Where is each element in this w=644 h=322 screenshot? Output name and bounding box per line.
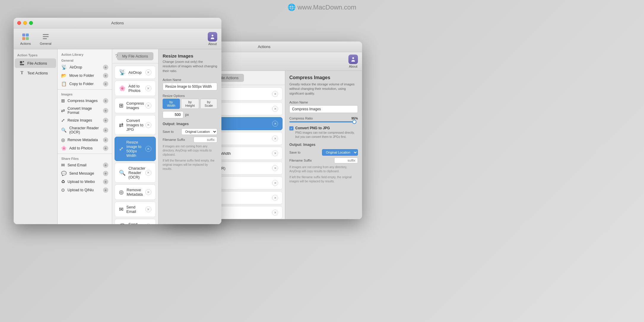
al-add-add-photos[interactable]: + (103, 146, 108, 151)
action-item-resize[interactable]: ⤢ Resize Image to 500px Width ✕ (115, 137, 156, 161)
s-remove-airdrop[interactable]: ✕ (272, 91, 278, 97)
al-item-add-photos[interactable]: 🌸 Add to Photos + (58, 144, 112, 152)
al-item-airdrop[interactable]: 📡 AirDrop + (58, 63, 112, 71)
compress-suffix-input[interactable] (334, 157, 358, 163)
resize-value-input[interactable] (163, 111, 183, 118)
convert-png-checkbox[interactable]: ✓ (289, 126, 294, 130)
al-add-move-folder[interactable]: + (103, 73, 108, 78)
compress-ratio-slider[interactable] (289, 121, 358, 122)
al-item-metadata[interactable]: ◎ Remove Metadata + (58, 136, 112, 144)
my-file-actions-button[interactable]: My File Actions (117, 52, 153, 60)
al-add-email[interactable]: + (103, 162, 108, 168)
action-convert-icon: ⇄ (119, 122, 123, 128)
remove-resize[interactable]: ✕ (145, 146, 151, 152)
al-add-copy-folder[interactable]: + (103, 81, 108, 87)
remove-ocr[interactable]: ✕ (145, 170, 151, 176)
sidebar-item-text-actions[interactable]: T Text Actions (15, 68, 56, 78)
compress-note-2: If left the filename suffix field empty,… (289, 175, 358, 184)
al-add-ocr[interactable]: + (103, 127, 108, 133)
watermark: 🌐 www.MacDown.com (288, 4, 356, 11)
al-item-message[interactable]: 💬 Send Message + (58, 169, 112, 178)
remove-message[interactable]: ✕ (145, 224, 151, 224)
resize-by-height-btn[interactable]: by Height (181, 99, 199, 109)
action-airdrop-icon: 📡 (119, 69, 126, 76)
s-remove-message[interactable]: ✕ (272, 210, 278, 216)
al-add-compress[interactable]: + (103, 98, 108, 103)
about-toolbar-btn[interactable]: About (208, 32, 217, 46)
compress-ratio-thumb[interactable] (352, 120, 356, 124)
resize-by-width-btn[interactable]: by Width (163, 99, 180, 109)
svg-rect-0 (22, 34, 25, 36)
save-to-select[interactable]: Original Location (181, 128, 217, 135)
s-remove-ocr[interactable]: ✕ (272, 165, 278, 171)
al-add-qiniu[interactable]: + (103, 187, 108, 193)
maximize-button[interactable] (29, 21, 33, 25)
s-remove-metadata[interactable]: ✕ (272, 180, 278, 186)
remove-metadata[interactable]: ✕ (145, 189, 151, 195)
al-item-email[interactable]: ✉ Send Email + (58, 161, 112, 169)
compress-save-to-select[interactable]: Original Location (322, 149, 358, 156)
action-item-airdrop[interactable]: 📡 AirDrop ✕ (115, 66, 156, 79)
al-add-airdrop[interactable]: + (103, 65, 108, 70)
action-item-add-photos[interactable]: 🌸 Add to Photos ✕ (115, 81, 156, 96)
action-item-message[interactable]: 💬 Send Message ✕ (115, 219, 156, 224)
al-item-resize[interactable]: ⤢ Resize Images + (58, 116, 112, 125)
s-remove-email[interactable]: ✕ (272, 195, 278, 201)
al-add-resize[interactable]: + (103, 118, 108, 123)
al-weibo-label: Upload to Weibo (67, 180, 95, 184)
remove-compress[interactable]: ✕ (145, 103, 151, 109)
compress-action-name-input[interactable] (289, 105, 358, 113)
about-toolbar-label: About (208, 42, 217, 46)
output-note-2: If left the filename suffix field empty,… (163, 159, 217, 171)
resize-by-scale-btn[interactable]: by Scale (200, 99, 217, 109)
email-icon: ✉ (61, 162, 65, 168)
al-item-convert[interactable]: ⇄ Convert Image Format + (58, 105, 112, 116)
al-item-ocr[interactable]: 🔍 Character Reader (OCR) + (58, 125, 112, 136)
copy-folder-icon: 📋 (61, 81, 67, 87)
s-remove-compress[interactable]: ✕ (272, 121, 278, 127)
action-item-metadata[interactable]: ◎ Remove Metadata ✕ (115, 184, 156, 200)
sidebar-item-file-actions[interactable]: File Actions (15, 58, 56, 68)
s-remove-convert[interactable]: ✕ (272, 136, 278, 141)
al-item-weibo[interactable]: ♻ Upload to Weibo + (58, 178, 112, 186)
actions-toolbar-label: Actions (20, 42, 31, 45)
message-icon: 💬 (61, 171, 67, 176)
al-add-convert[interactable]: + (103, 108, 108, 113)
general-toolbar-btn[interactable]: General (37, 31, 54, 47)
al-item-move-folder[interactable]: 📂 Move to Folder + (58, 71, 112, 80)
minimize-button[interactable] (23, 21, 27, 25)
s-remove-photos[interactable]: ✕ (272, 106, 278, 112)
second-about-btn[interactable]: About (348, 55, 358, 68)
detail-panel: Resize Images Change (zoom out only) the… (158, 49, 221, 224)
main-top-bar: ? My File Actions (112, 49, 158, 63)
action-item-ocr[interactable]: 🔍 Character Reader (OCR) ✕ (115, 163, 156, 183)
actions-toolbar-btn[interactable]: Actions (18, 31, 33, 47)
s-remove-resize[interactable]: ✕ (272, 150, 278, 156)
action-item-compress[interactable]: ⊞ Compress Images ✕ (115, 98, 156, 113)
al-compress-label: Compress Images (67, 99, 97, 103)
file-actions-icon (19, 60, 25, 66)
help-button[interactable]: ? (115, 54, 118, 59)
remove-convert[interactable]: ✕ (145, 122, 151, 128)
filename-suffix-input[interactable] (193, 137, 217, 143)
al-add-metadata[interactable]: + (103, 137, 108, 143)
action-item-email[interactable]: ✉ Send Email ✕ (115, 202, 156, 217)
svg-point-7 (212, 35, 213, 36)
action-name-input[interactable] (163, 83, 217, 90)
al-item-compress[interactable]: ⊞ Compress Images + (58, 97, 112, 105)
metadata-icon: ◎ (61, 137, 65, 143)
remove-photos[interactable]: ✕ (145, 85, 151, 91)
svg-point-11 (352, 57, 354, 59)
al-copy-folder-label: Copy to Folder (69, 82, 93, 86)
action-photos-label: Add to Photos (129, 84, 145, 93)
al-add-weibo[interactable]: + (103, 179, 108, 184)
close-button[interactable] (17, 21, 21, 25)
text-actions-label: Text Actions (27, 71, 48, 75)
remove-email[interactable]: ✕ (145, 206, 151, 212)
al-item-copy-folder[interactable]: 📋 Copy to Folder + (58, 80, 112, 88)
svg-rect-9 (23, 61, 24, 62)
action-item-convert[interactable]: ⇄ Convert Images to JPG ✕ (115, 115, 156, 135)
al-add-message[interactable]: + (103, 171, 108, 176)
al-item-qiniu[interactable]: ⊙ Upload to QiNiu + (58, 186, 112, 194)
remove-airdrop[interactable]: ✕ (145, 69, 151, 75)
